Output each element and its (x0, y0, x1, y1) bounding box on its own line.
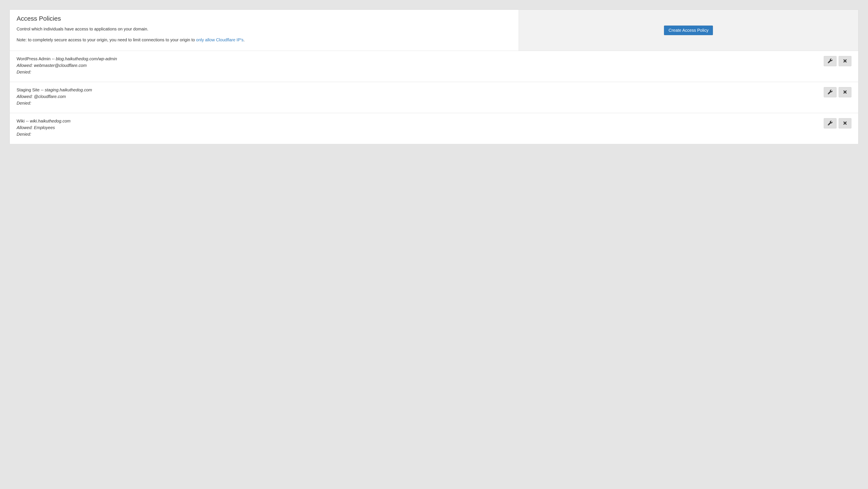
allowed-label: Allowed: (17, 125, 34, 130)
edit-policy-button[interactable] (824, 87, 837, 97)
header-content: Access Policies Control which individual… (10, 10, 519, 51)
policy-separator: -- (25, 119, 30, 123)
policy-name: Wiki (17, 119, 25, 123)
allowed-value: webmaster@cloudflare.com (34, 63, 87, 68)
wrench-icon (828, 121, 833, 126)
policy-denied-line: Denied: (17, 69, 824, 76)
card-header: Access Policies Control which individual… (10, 10, 858, 51)
denied-label: Denied: (17, 70, 31, 74)
allowed-value: @cloudflare.com (34, 94, 66, 99)
policy-actions (824, 118, 851, 128)
allowed-label: Allowed: (17, 63, 34, 68)
page-description: Control which individuals have access to… (17, 26, 512, 32)
create-access-policy-button[interactable]: Create Access Policy (664, 26, 713, 35)
policy-actions (824, 56, 851, 66)
header-action-area: Create Access Policy (519, 10, 858, 51)
policy-info: Wiki -- wiki.haikuthedog.com Allowed: Em… (17, 118, 824, 138)
edit-policy-button[interactable] (824, 118, 837, 128)
wrench-icon (828, 59, 833, 64)
policy-path: wiki.haikuthedog.com (30, 119, 70, 123)
note-suffix: . (244, 37, 245, 42)
policy-separator: -- (51, 56, 56, 61)
allowed-label: Allowed: (17, 94, 34, 99)
policy-info: WordPress Admin -- blog.haikuthedog.com/… (17, 56, 824, 76)
access-policies-card: Access Policies Control which individual… (9, 9, 859, 144)
policy-allowed-line: Allowed: @cloudflare.com (17, 93, 824, 100)
cloudflare-ips-link[interactable]: only allow Cloudflare IP's (196, 37, 244, 42)
denied-label: Denied: (17, 132, 31, 137)
denied-label: Denied: (17, 101, 31, 106)
policy-row: WordPress Admin -- blog.haikuthedog.com/… (10, 51, 858, 82)
close-icon (843, 59, 847, 64)
policy-actions (824, 87, 851, 97)
policy-name: WordPress Admin (17, 56, 51, 61)
policy-denied-line: Denied: (17, 131, 824, 138)
policy-allowed-line: Allowed: Employees (17, 124, 824, 131)
page-title: Access Policies (17, 15, 512, 22)
policy-denied-line: Denied: (17, 100, 824, 107)
note-prefix: Note: to completely secure access to you… (17, 37, 196, 42)
policy-title-line: Staging Site -- staging.haikuthedog.com (17, 87, 824, 93)
allowed-value: Employees (34, 125, 55, 130)
policy-row: Wiki -- wiki.haikuthedog.com Allowed: Em… (10, 113, 858, 144)
delete-policy-button[interactable] (839, 87, 851, 97)
page-note: Note: to completely secure access to you… (17, 37, 512, 43)
policy-path: blog.haikuthedog.com/wp-admin (56, 56, 117, 61)
policy-row: Staging Site -- staging.haikuthedog.com … (10, 82, 858, 113)
close-icon (843, 90, 847, 95)
delete-policy-button[interactable] (839, 118, 851, 128)
policy-info: Staging Site -- staging.haikuthedog.com … (17, 87, 824, 107)
delete-policy-button[interactable] (839, 56, 851, 66)
policy-separator: -- (39, 88, 45, 92)
policies-list: WordPress Admin -- blog.haikuthedog.com/… (10, 51, 858, 144)
policy-allowed-line: Allowed: webmaster@cloudflare.com (17, 62, 824, 69)
wrench-icon (828, 90, 833, 95)
policy-title-line: Wiki -- wiki.haikuthedog.com (17, 118, 824, 124)
policy-title-line: WordPress Admin -- blog.haikuthedog.com/… (17, 56, 824, 62)
close-icon (843, 121, 847, 126)
edit-policy-button[interactable] (824, 56, 837, 66)
policy-name: Staging Site (17, 88, 39, 92)
policy-path: staging.haikuthedog.com (45, 88, 92, 92)
